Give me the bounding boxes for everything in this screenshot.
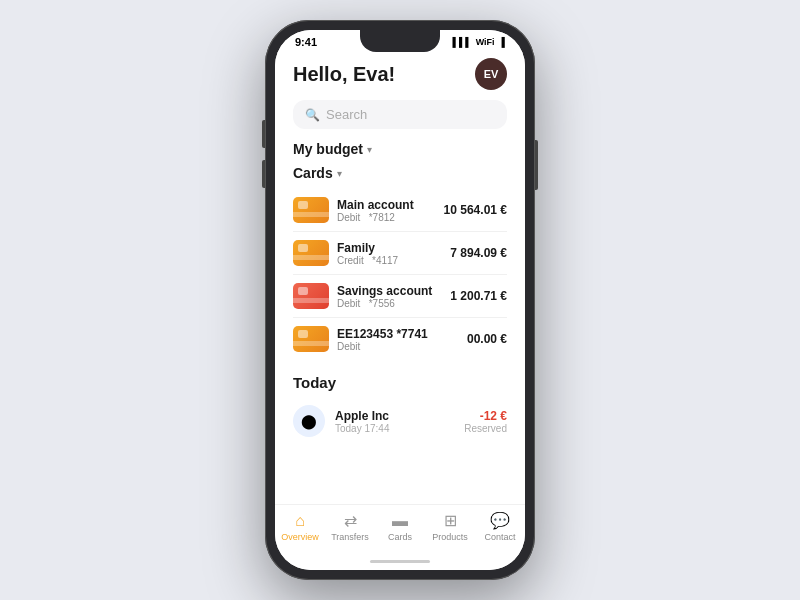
card-item-main[interactable]: Main account Debit *7812 10 564.01 € xyxy=(293,189,507,232)
card-icon-main xyxy=(293,197,329,223)
card-sub-savings: Debit *7556 xyxy=(337,298,450,309)
nav-contact[interactable]: 💬 Contact xyxy=(478,511,522,542)
today-section: Today ⬤ Apple Inc Today 17:44 -12 € Rese… xyxy=(293,374,507,441)
transfers-icon: ⇄ xyxy=(344,511,357,530)
avatar[interactable]: EV xyxy=(475,58,507,90)
trans-status-apple: Reserved xyxy=(464,423,507,434)
card-item-savings[interactable]: Savings account Debit *7556 1 200.71 € xyxy=(293,275,507,318)
card-amount-ee: 00.00 € xyxy=(467,332,507,346)
search-icon: 🔍 xyxy=(305,108,320,122)
transfers-label: Transfers xyxy=(331,532,369,542)
card-item-ee[interactable]: EE123453 *7741 Debit 00.00 € xyxy=(293,318,507,360)
products-icon: ⊞ xyxy=(444,511,457,530)
cards-section-header[interactable]: Cards ▾ xyxy=(293,165,507,181)
trans-icon-apple: ⬤ xyxy=(293,405,325,437)
trans-name-apple: Apple Inc xyxy=(335,409,454,423)
card-sub-family: Credit *4117 xyxy=(337,255,450,266)
card-info-ee: EE123453 *7741 Debit xyxy=(337,327,467,352)
contact-label: Contact xyxy=(484,532,515,542)
card-amount-main: 10 564.01 € xyxy=(444,203,507,217)
nav-transfers[interactable]: ⇄ Transfers xyxy=(328,511,372,542)
overview-label: Overview xyxy=(281,532,319,542)
trans-info-apple: Apple Inc Today 17:44 xyxy=(335,409,454,434)
signal-icon: ▌▌▌ xyxy=(453,37,472,47)
card-item-family[interactable]: Family Credit *4117 7 894.09 € xyxy=(293,232,507,275)
card-sub-ee: Debit xyxy=(337,341,467,352)
search-placeholder: Search xyxy=(326,107,367,122)
card-icon-savings xyxy=(293,283,329,309)
cards-chevron: ▾ xyxy=(337,168,342,179)
card-info-family: Family Credit *4117 xyxy=(337,241,450,266)
trans-value-apple: -12 € xyxy=(464,409,507,423)
trans-amount-apple: -12 € Reserved xyxy=(464,409,507,434)
products-label: Products xyxy=(432,532,468,542)
cards-nav-icon: ▬ xyxy=(392,512,408,530)
budget-section[interactable]: My budget ▾ xyxy=(293,141,507,157)
card-name-ee: EE123453 *7741 xyxy=(337,327,467,341)
cards-list: Main account Debit *7812 10 564.01 € Fam… xyxy=(293,189,507,360)
card-name-family: Family xyxy=(337,241,450,255)
main-content: Hello, Eva! EV 🔍 Search My budget ▾ Card… xyxy=(275,50,525,504)
contact-icon: 💬 xyxy=(490,511,510,530)
home-bar xyxy=(370,560,430,563)
header: Hello, Eva! EV xyxy=(293,58,507,90)
transaction-apple[interactable]: ⬤ Apple Inc Today 17:44 -12 € Reserved xyxy=(293,401,507,441)
card-name-main: Main account xyxy=(337,198,444,212)
card-sub-main: Debit *7812 xyxy=(337,212,444,223)
status-time: 9:41 xyxy=(295,36,317,48)
card-name-savings: Savings account xyxy=(337,284,450,298)
status-icons: ▌▌▌ WiFi ▐ xyxy=(453,37,505,47)
trans-time-apple: Today 17:44 xyxy=(335,423,454,434)
nav-cards[interactable]: ▬ Cards xyxy=(378,512,422,542)
budget-label: My budget xyxy=(293,141,363,157)
card-info-main: Main account Debit *7812 xyxy=(337,198,444,223)
cards-label: Cards xyxy=(293,165,333,181)
phone-frame: 9:41 ▌▌▌ WiFi ▐ Hello, Eva! EV 🔍 Search xyxy=(265,20,535,580)
card-amount-savings: 1 200.71 € xyxy=(450,289,507,303)
volume-down-button xyxy=(262,160,265,188)
overview-icon: ⌂ xyxy=(295,512,305,530)
card-icon-family xyxy=(293,240,329,266)
bottom-nav: ⌂ Overview ⇄ Transfers ▬ Cards ⊞ Product… xyxy=(275,504,525,552)
nav-products[interactable]: ⊞ Products xyxy=(428,511,472,542)
power-button xyxy=(535,140,538,190)
volume-up-button xyxy=(262,120,265,148)
card-info-savings: Savings account Debit *7556 xyxy=(337,284,450,309)
home-indicator xyxy=(275,552,525,570)
notch xyxy=(360,30,440,52)
today-header: Today xyxy=(293,374,507,391)
phone-screen: 9:41 ▌▌▌ WiFi ▐ Hello, Eva! EV 🔍 Search xyxy=(275,30,525,570)
nav-overview[interactable]: ⌂ Overview xyxy=(278,512,322,542)
card-amount-family: 7 894.09 € xyxy=(450,246,507,260)
budget-chevron: ▾ xyxy=(367,144,372,155)
greeting-text: Hello, Eva! xyxy=(293,63,395,86)
battery-icon: ▐ xyxy=(499,37,505,47)
search-bar[interactable]: 🔍 Search xyxy=(293,100,507,129)
card-icon-ee xyxy=(293,326,329,352)
avatar-initials: EV xyxy=(484,68,499,80)
wifi-icon: WiFi xyxy=(476,37,495,47)
cards-nav-label: Cards xyxy=(388,532,412,542)
